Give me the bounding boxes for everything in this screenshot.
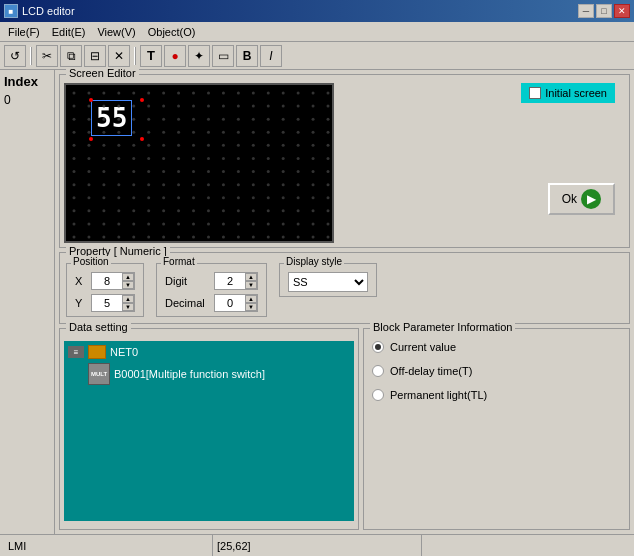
menu-edit[interactable]: Edit(E) [46,24,92,40]
svg-point-187 [177,222,180,225]
bold-tool-button[interactable]: B [236,45,258,67]
svg-point-119 [237,170,240,173]
y-up-arrow[interactable]: ▲ [122,295,134,303]
position-group: Position X ▲ ▼ Y [66,263,144,317]
svg-point-138 [252,183,255,186]
decimal-value[interactable] [215,296,245,310]
menu-object[interactable]: Object(O) [142,24,202,40]
svg-point-9 [207,92,210,95]
radio-current-value[interactable] [372,341,384,353]
svg-point-120 [252,170,255,173]
digit-value[interactable] [215,274,245,288]
y-down-arrow[interactable]: ▼ [122,303,134,311]
display-style-select[interactable]: SS [288,272,368,292]
undo-button[interactable]: ↺ [4,45,26,67]
x-up-arrow[interactable]: ▲ [122,273,134,281]
svg-point-66 [252,131,255,134]
delete-button[interactable]: ✕ [108,45,130,67]
close-btn[interactable]: ✕ [614,4,630,18]
svg-point-208 [222,236,225,239]
copy-button[interactable]: ⧉ [60,45,82,67]
x-down-arrow[interactable]: ▼ [122,281,134,289]
svg-point-18 [73,105,76,108]
svg-point-156 [252,196,255,199]
svg-point-131 [147,183,150,186]
svg-point-99 [207,157,210,160]
svg-point-45 [207,118,210,121]
x-value[interactable] [92,274,122,288]
svg-point-181 [87,222,90,225]
digit-up-arrow[interactable]: ▲ [245,273,257,281]
y-spinner[interactable]: ▲ ▼ [91,294,135,312]
svg-point-215 [327,236,330,239]
decimal-up-arrow[interactable]: ▲ [245,295,257,303]
menu-file[interactable]: File(F) [2,24,46,40]
svg-point-81 [207,144,210,147]
svg-point-93 [117,157,120,160]
svg-point-167 [147,209,150,212]
svg-point-77 [147,144,150,147]
svg-point-55 [87,131,90,134]
text-tool-button[interactable]: T [140,45,162,67]
net-row: ≡ NET0 [68,345,350,359]
svg-point-68 [282,131,285,134]
svg-point-184 [132,222,135,225]
digit-down-arrow[interactable]: ▼ [245,281,257,289]
svg-point-79 [177,144,180,147]
menu-view[interactable]: View(V) [91,24,141,40]
svg-point-148 [132,196,135,199]
ok-button[interactable]: Ok ▶ [548,183,615,215]
svg-point-58 [132,131,135,134]
svg-point-149 [147,196,150,199]
decimal-down-arrow[interactable]: ▼ [245,303,257,311]
svg-point-82 [222,144,225,147]
svg-point-59 [147,131,150,134]
svg-point-76 [132,144,135,147]
svg-point-103 [267,157,270,160]
svg-point-126 [73,183,76,186]
svg-point-71 [327,131,330,134]
lcd-screen: // Will be rendered below via JS 55 [64,83,334,243]
svg-point-5 [147,92,150,95]
svg-point-111 [117,170,120,173]
svg-point-132 [162,183,165,186]
initial-screen-checkbox[interactable] [529,87,541,99]
svg-point-145 [87,196,90,199]
svg-point-11 [237,92,240,95]
svg-point-24 [162,105,165,108]
svg-point-180 [73,222,76,225]
star-tool-button[interactable]: ✦ [188,45,210,67]
svg-point-175 [267,209,270,212]
svg-point-46 [222,118,225,121]
index-label: Index [4,74,50,89]
digit-spinner[interactable]: ▲ ▼ [214,272,258,290]
y-value[interactable] [92,296,122,310]
rect-tool-button[interactable]: ▭ [212,45,234,67]
svg-point-50 [282,118,285,121]
radio-permanent-light[interactable] [372,389,384,401]
minimize-btn[interactable]: ─ [578,4,594,18]
main-container: Index 0 Screen Editor // Will be rendere… [0,70,634,534]
svg-point-182 [102,222,105,225]
svg-point-57 [117,131,120,134]
svg-point-0 [73,92,76,95]
svg-point-152 [192,196,195,199]
svg-point-204 [162,236,165,239]
screen-editor-group: Screen Editor // Will be rendered below … [59,74,630,248]
italic-tool-button[interactable]: I [260,45,282,67]
decimal-spinner[interactable]: ▲ ▼ [214,294,258,312]
svg-point-122 [282,170,285,173]
radio-off-delay[interactable] [372,365,384,377]
svg-point-144 [73,196,76,199]
svg-point-83 [237,144,240,147]
x-row: X ▲ ▼ [75,272,135,290]
title-bar: ■ LCD editor ─ □ ✕ [0,0,634,22]
circle-tool-button[interactable]: ● [164,45,186,67]
x-spinner[interactable]: ▲ ▼ [91,272,135,290]
svg-point-211 [267,236,270,239]
cut-button[interactable]: ✂ [36,45,58,67]
svg-point-195 [297,222,300,225]
maximize-btn[interactable]: □ [596,4,612,18]
svg-point-78 [162,144,165,147]
paste-button[interactable]: ⊟ [84,45,106,67]
